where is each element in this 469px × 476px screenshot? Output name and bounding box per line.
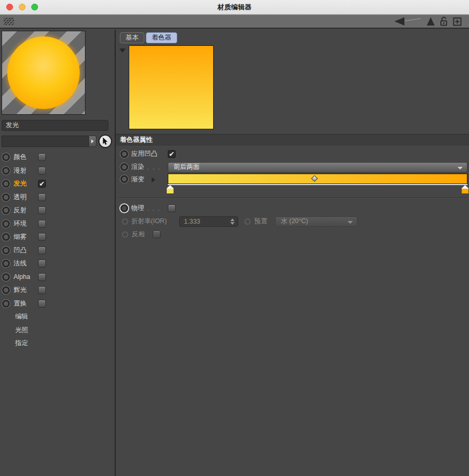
animation-dot-icon[interactable] — [2, 180, 10, 188]
channel-checkbox[interactable] — [38, 193, 46, 201]
channel-checkbox[interactable] — [38, 206, 46, 214]
physical-checkbox[interactable] — [168, 204, 176, 212]
channel-checkbox[interactable] — [38, 260, 46, 267]
texture-input[interactable] — [2, 136, 89, 147]
item-illumination[interactable]: 光照 — [0, 324, 115, 337]
channel-row-transparency[interactable]: 透明 — [0, 191, 115, 204]
channel-label[interactable]: 透明 — [14, 193, 38, 202]
channel-row-normal[interactable]: 法线 — [0, 257, 115, 271]
channel-row-displacement[interactable]: 置换 — [0, 297, 115, 311]
channel-checkbox[interactable] — [38, 247, 46, 254]
animation-dot-icon[interactable] — [2, 273, 10, 281]
channel-row-environment[interactable]: 环境 — [0, 217, 115, 231]
item-assign-label[interactable]: 指定 — [15, 339, 28, 348]
animation-dot-icon[interactable] — [2, 167, 10, 175]
divider — [118, 198, 467, 199]
add-window-icon[interactable] — [453, 17, 462, 26]
item-illumination-label[interactable]: 光照 — [15, 326, 28, 335]
minimize-button[interactable] — [19, 4, 26, 10]
channel-label[interactable]: Alpha — [14, 273, 38, 280]
animation-dot-icon[interactable] — [120, 175, 128, 183]
toolbar — [0, 15, 469, 29]
channel-row-fog[interactable]: 烟雾 — [0, 230, 115, 244]
item-editor[interactable]: 编辑 — [0, 310, 115, 324]
animation-dot-icon[interactable] — [2, 260, 10, 267]
channel-checkbox[interactable] — [38, 233, 46, 241]
channel-label[interactable]: 置换 — [14, 299, 38, 308]
render-dropdown[interactable]: 前后两面 — [168, 162, 467, 173]
channel-row-color[interactable]: 颜色 — [0, 151, 115, 164]
channel-checkbox[interactable] — [38, 220, 46, 228]
tab-basic[interactable]: 基本 — [120, 32, 144, 43]
animation-dot-icon[interactable] — [2, 193, 10, 201]
stepper-icon[interactable] — [230, 218, 234, 225]
texture-menu-button[interactable] — [89, 136, 96, 147]
zoom-button[interactable] — [31, 4, 38, 10]
gradient-bar[interactable] — [168, 174, 467, 184]
item-editor-label[interactable]: 编辑 — [15, 312, 28, 321]
animation-dot-icon[interactable] — [2, 300, 10, 308]
preset-label: 预置 — [254, 217, 272, 226]
animation-dot-icon[interactable] — [2, 247, 10, 254]
grip-icon[interactable] — [4, 18, 14, 25]
shader-preview-swatch[interactable] — [129, 45, 214, 129]
animation-dot-icon[interactable] — [2, 206, 10, 214]
gradient-knot-left[interactable] — [167, 185, 174, 193]
channel-row-bump[interactable]: 凹凸 — [0, 244, 115, 258]
animation-dot-icon[interactable] — [2, 233, 10, 241]
channel-label[interactable]: 烟雾 — [14, 233, 38, 241]
right-triangle-icon — [91, 139, 94, 143]
back-arrow-icon[interactable] — [393, 17, 422, 26]
channel-row-glow[interactable]: 辉光 — [0, 284, 115, 297]
channel-label[interactable]: 环境 — [14, 219, 38, 228]
apply-bump-checkbox[interactable]: ✔ — [168, 150, 176, 158]
channel-label[interactable]: 法线 — [14, 259, 38, 268]
tab-shader[interactable]: 着色器 — [146, 32, 177, 43]
gradient-bias-knot[interactable] — [311, 175, 318, 182]
channel-checkbox[interactable] — [38, 300, 46, 308]
expand-triangle-icon[interactable] — [152, 177, 155, 182]
gradient-knots — [168, 185, 467, 194]
animation-dot-icon[interactable] — [2, 153, 10, 161]
channel-checkbox[interactable] — [38, 167, 46, 175]
animation-dot-icon — [244, 218, 251, 225]
channel-label[interactable]: 凹凸 — [14, 246, 38, 255]
channel-label[interactable]: 颜色 — [14, 153, 38, 162]
ior-input[interactable]: 1.333 — [179, 216, 238, 227]
channel-label[interactable]: 漫射 — [14, 166, 38, 175]
channel-checkbox[interactable] — [38, 286, 46, 294]
animation-dot-icon[interactable] — [120, 150, 128, 158]
forward-arrow-icon[interactable] — [426, 17, 435, 26]
channel-checkbox[interactable] — [38, 273, 46, 281]
channel-label[interactable]: 辉光 — [14, 286, 38, 295]
apply-bump-label: 应用凹凸 — [131, 150, 157, 158]
animation-dot-icon[interactable] — [2, 286, 10, 294]
preset-dropdown[interactable]: 水 (20°C) — [275, 216, 357, 227]
close-button[interactable] — [6, 4, 13, 10]
apply-bump-row: 应用凹凸 ✔ — [116, 148, 469, 161]
material-preview[interactable] — [2, 31, 85, 115]
material-name-field[interactable]: 发光 — [2, 120, 108, 131]
gradient-knot-right[interactable] — [462, 185, 468, 193]
physical-row: 物理 . . . — [116, 202, 469, 215]
ellipsis: . . . — [147, 164, 161, 170]
animation-dot-icon[interactable] — [2, 220, 10, 228]
channel-label[interactable]: 反射 — [14, 206, 38, 215]
channel-row-alpha[interactable]: Alpha — [0, 271, 115, 284]
channel-row-diffusion[interactable]: 漫射 — [0, 164, 115, 178]
channel-row-reflectance[interactable]: 反射 — [0, 204, 115, 217]
lock-open-icon[interactable] — [440, 17, 448, 26]
animation-dot-icon[interactable] — [120, 163, 128, 171]
pick-cursor-button[interactable] — [98, 135, 112, 148]
preset-dropdown-value: 水 (20°C) — [281, 217, 308, 226]
invert-checkbox[interactable] — [153, 230, 161, 238]
channel-checkbox[interactable] — [38, 153, 46, 161]
channel-label-active[interactable]: 发光 — [14, 179, 38, 188]
render-label: 渲染 — [131, 163, 144, 172]
item-assign[interactable]: 指定 — [0, 337, 115, 350]
channel-row-luminance[interactable]: 发光 ✔ — [0, 177, 115, 191]
ior-row: 折射率(IOR) 1.333 预置 水 (20°C) — [116, 215, 469, 228]
channel-checkbox-checked[interactable]: ✔ — [38, 180, 46, 188]
collapse-triangle-icon[interactable] — [119, 48, 126, 53]
animation-dot-icon[interactable] — [120, 204, 128, 212]
